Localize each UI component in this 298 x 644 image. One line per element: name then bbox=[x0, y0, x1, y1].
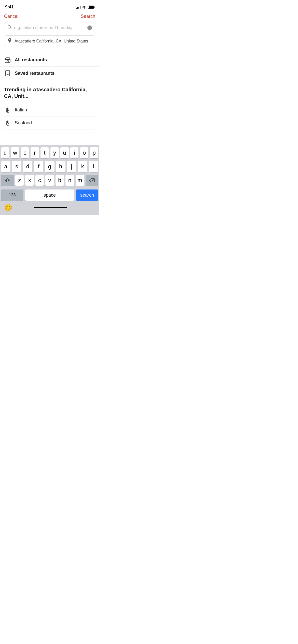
key-m[interactable]: m bbox=[76, 175, 84, 186]
key-o[interactable]: o bbox=[80, 147, 88, 158]
signal-bars-icon bbox=[76, 6, 80, 9]
location-container[interactable]: Atascadero California, CA, United States bbox=[4, 35, 95, 47]
trending-title: Trending in Atascadero California, CA, U… bbox=[4, 86, 95, 99]
nav-bar: Cancel Search bbox=[0, 13, 99, 22]
location-pin-icon bbox=[7, 38, 12, 44]
keyboard: q w e r t y u i o p a s d f g h j k l bbox=[0, 145, 99, 215]
flame-icon-seafood bbox=[4, 120, 11, 126]
key-n[interactable]: n bbox=[65, 175, 74, 186]
all-restaurants-item[interactable]: All restaurants bbox=[0, 53, 99, 67]
key-c[interactable]: c bbox=[35, 175, 44, 186]
key-h[interactable]: h bbox=[56, 161, 65, 172]
trending-section: Trending in Atascadero California, CA, U… bbox=[0, 86, 99, 129]
search-nav-button[interactable]: Search bbox=[81, 14, 95, 19]
trending-italian-item[interactable]: Italian bbox=[4, 104, 95, 116]
saved-restaurants-label: Saved restaurants bbox=[15, 71, 55, 76]
key-q[interactable]: q bbox=[1, 147, 9, 158]
emoji-button[interactable]: 😊 bbox=[4, 204, 12, 212]
key-k[interactable]: k bbox=[78, 161, 87, 172]
keyboard-footer: 😊 bbox=[0, 202, 99, 215]
keyboard-bottom-row: 123 space search bbox=[0, 189, 99, 202]
menu-section: All restaurants Saved restaurants bbox=[0, 53, 99, 80]
key-t[interactable]: t bbox=[40, 147, 49, 158]
bookmark-icon bbox=[4, 70, 11, 76]
search-input[interactable] bbox=[14, 25, 85, 30]
home-indicator bbox=[34, 207, 67, 208]
key-g[interactable]: g bbox=[45, 161, 54, 172]
space-key[interactable]: space bbox=[25, 189, 74, 201]
keyboard-row-2: a s d f g h j k l bbox=[1, 161, 98, 172]
saved-restaurants-item[interactable]: Saved restaurants bbox=[0, 67, 99, 80]
key-v[interactable]: v bbox=[45, 175, 54, 186]
trending-italian-label: Italian bbox=[15, 107, 27, 113]
status-time: 9:41 bbox=[5, 5, 14, 10]
battery-icon bbox=[88, 6, 94, 9]
key-e[interactable]: e bbox=[21, 147, 29, 158]
search-input-container[interactable] bbox=[4, 22, 95, 33]
shift-key[interactable] bbox=[1, 175, 14, 186]
svg-line-1 bbox=[10, 28, 11, 29]
key-d[interactable]: d bbox=[23, 161, 32, 172]
store-icon bbox=[4, 57, 11, 63]
search-icon bbox=[7, 25, 12, 31]
keyboard-row-1: q w e r t y u i o p bbox=[1, 147, 98, 158]
keyboard-row-3: z x c v b n m bbox=[1, 175, 98, 186]
trending-seafood-label: Seafood bbox=[15, 120, 32, 126]
keyboard-rows: q w e r t y u i o p a s d f g h j k l bbox=[0, 145, 99, 189]
status-bar: 9:41 bbox=[0, 0, 99, 13]
key-j[interactable]: j bbox=[67, 161, 76, 172]
cancel-button[interactable]: Cancel bbox=[4, 14, 18, 19]
key-i[interactable]: i bbox=[70, 147, 79, 158]
key-a[interactable]: a bbox=[1, 161, 10, 172]
key-y[interactable]: y bbox=[50, 147, 59, 158]
svg-rect-3 bbox=[7, 61, 8, 62]
key-123[interactable]: 123 bbox=[1, 189, 23, 201]
trending-seafood-item[interactable]: Seafood bbox=[4, 116, 95, 129]
key-z[interactable]: z bbox=[15, 175, 24, 186]
key-x[interactable]: x bbox=[25, 175, 34, 186]
key-w[interactable]: w bbox=[11, 147, 19, 158]
status-icons bbox=[76, 6, 94, 9]
key-f[interactable]: f bbox=[34, 161, 43, 172]
flame-icon-italian bbox=[4, 107, 11, 113]
key-p[interactable]: p bbox=[90, 147, 98, 158]
search-key[interactable]: search bbox=[76, 189, 98, 201]
key-l[interactable]: l bbox=[89, 161, 98, 172]
key-b[interactable]: b bbox=[56, 175, 64, 186]
key-u[interactable]: u bbox=[60, 147, 69, 158]
svg-rect-2 bbox=[5, 60, 10, 62]
wifi-icon bbox=[82, 6, 86, 9]
key-s[interactable]: s bbox=[12, 161, 21, 172]
key-r[interactable]: r bbox=[31, 147, 39, 158]
backspace-key[interactable] bbox=[86, 175, 98, 186]
cursor-dot bbox=[87, 25, 92, 30]
location-text: Atascadero California, CA, United States bbox=[15, 39, 88, 43]
all-restaurants-label: All restaurants bbox=[15, 57, 47, 63]
